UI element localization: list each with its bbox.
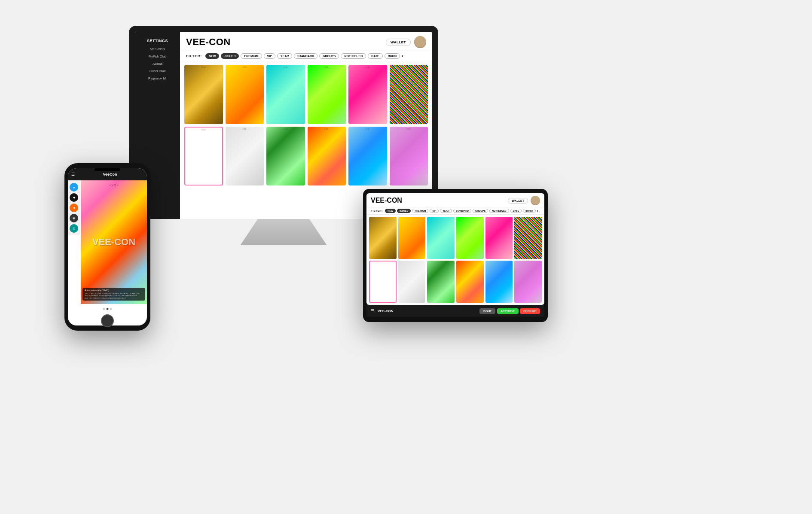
card-1[interactable]: » YG « [184,65,223,124]
tablet-chip-issued[interactable]: ISSUED [397,209,411,213]
phone-card-large[interactable]: » YG « VEE-CON Auto-Horizontally ("VNC")… [81,180,147,304]
tablet-org-name: VEE-CON [378,309,479,313]
filter-chip-new[interactable]: NEW [205,53,219,59]
tablet-chip-standard[interactable]: STANDARD [453,209,471,213]
tablet-card-3[interactable] [427,217,455,259]
tablet-card-9[interactable] [427,261,455,303]
tablet-card-1[interactable] [369,217,397,259]
phone-left-icons: ● ◆ ◈ ◉ ◎ [68,180,80,235]
tablet-app-title: VEE-CON [371,197,508,204]
desktop-filter-bar: FILTER: NEW ISSUED PREMIUM VIP YEAR STAN… [180,51,432,61]
card-12[interactable]: » YG « [390,127,428,186]
sidebar-item-guccigrail[interactable]: Gucci Grail [135,67,180,75]
phone-icon-4[interactable]: ◉ [70,214,78,222]
tablet-filter-bar: FILTER: NEW ISSUED PREMIUM VIP YEAR STAN… [366,207,544,215]
card-4[interactable]: » YG « [308,65,346,124]
phone-home-button[interactable] [101,314,114,327]
filter-chip-burn[interactable]: BURN [385,53,400,59]
cards-grid: » YG « » YG « » YG « » YG « » Y [184,65,428,186]
tablet-card-11[interactable] [485,261,513,303]
phone-icon-5[interactable]: ◎ [70,224,78,233]
tablet-chip-new[interactable]: NEW [385,209,396,213]
avatar-image [414,36,426,48]
tablet-wallet-button[interactable]: WALLET [508,198,528,204]
sidebar-item-veecon[interactable]: VEE-CON [135,46,180,53]
tablet-header: VEE-CON WALLET [366,193,544,207]
phone-menu-icon[interactable]: ☰ [71,172,75,176]
phone-screen: ☰ VeeCon ● ◆ ◈ ◉ ◎ » YG « VEE-CON Auto-H… [68,168,147,325]
tablet-card-4[interactable] [456,217,484,259]
tablet-cards-area [366,215,544,305]
filter-chip-issued[interactable]: ISSUED [221,53,239,59]
tablet-filter-label: FILTER: [371,210,383,212]
phone-icon-1[interactable]: ● [70,183,78,192]
phone-tooltip: Auto-Horizontally ("VNC") THE TICKET TO … [82,288,145,301]
tablet-filter-more-icon[interactable]: › [537,209,538,213]
tablet-chip-premium[interactable]: PREMIUM [412,209,428,213]
filter-chip-date[interactable]: DATE [368,53,383,59]
phone-dot-3 [110,308,112,310]
mobile-phone: ☰ VeeCon ● ◆ ◈ ◉ ◎ » YG « VEE-CON Auto-H… [64,163,150,331]
card-3[interactable]: » YG « [266,65,305,124]
phone-frame: ☰ VeeCon ● ◆ ◈ ◉ ◎ » YG « VEE-CON Auto-H… [64,163,150,331]
sidebar-item-adidas[interactable]: Adidas [135,60,180,67]
sidebar-item-ragnarok[interactable]: Ragnarok M. [135,75,180,82]
phone-dot-1 [103,308,105,310]
tablet-card-2[interactable] [398,217,426,259]
card-7[interactable]: » YG « [184,127,223,186]
desktop-app-title: VEE-CON [186,36,386,48]
sidebar-settings-title: SETTINGS [135,36,180,46]
monitor-stand [241,219,327,245]
tablet-decline-button[interactable]: DECLINE [520,308,540,314]
card-8[interactable]: » YG « [226,127,264,186]
filter-label: FILTER: [186,54,202,58]
tablet-card-7[interactable] [369,261,397,303]
desktop-avatar[interactable] [414,36,426,48]
card-11[interactable]: » YG « [348,127,387,186]
tablet-bottom-bar: ☰ VEE-CON ISSUE APPROVE DECLINE [366,305,544,317]
tablet-chip-notissued[interactable]: NOT ISSUED [489,209,509,213]
tablet-approve-button[interactable]: APPROVE [497,308,519,314]
phone-pagination-dots [103,308,112,310]
filter-chip-notissued[interactable]: NOT ISSUED [341,53,366,59]
filter-chip-standard[interactable]: STANDARD [294,53,317,59]
filter-more-icon[interactable]: › [402,54,403,58]
phone-icon-3[interactable]: ◈ [70,204,78,212]
tablet-chip-year[interactable]: YEAR [440,209,452,213]
card-6[interactable]: » YG « [390,65,428,124]
tablet-chip-vip[interactable]: VIP [430,209,439,213]
phone-notch [95,168,120,171]
filter-chip-groups[interactable]: GROUPS [319,53,339,59]
tablet-device: VEE-CON WALLET FILTER: NEW ISSUED PREMIU… [363,189,548,322]
tablet-card-5[interactable] [485,217,513,259]
card-5[interactable]: » YG « [348,65,387,124]
tablet-cards-grid [369,217,542,303]
phone-dot-2 [107,308,109,310]
phone-icon-2[interactable]: ◆ [70,193,78,202]
phone-card-logo: » YG « [109,184,119,187]
card-9[interactable]: » YG « [266,127,305,186]
card-10[interactable]: » YG « [308,127,346,186]
phone-card-display: » YG « VEE-CON Auto-Horizontally ("VNC")… [81,180,147,304]
filter-chip-premium[interactable]: PREMIUM [241,53,262,59]
phone-app-title: VeeCon [76,172,143,176]
tablet-screen: VEE-CON WALLET FILTER: NEW ISSUED PREMIU… [366,193,544,305]
tablet-issue-button[interactable]: ISSUE [479,308,495,314]
filter-chip-vip[interactable]: VIP [264,53,275,59]
tablet-chip-burn[interactable]: BURN! [523,209,536,213]
filter-chip-year[interactable]: YEAR [277,53,292,59]
tablet-chip-date[interactable]: DATE [510,209,522,213]
tablet-chip-groups[interactable]: GROUPS [473,209,488,213]
tablet-card-12[interactable] [514,261,542,303]
tablet-card-6[interactable] [514,217,542,259]
phone-card-title: VEE-CON [92,237,135,248]
desktop-wallet-button[interactable]: WALLET [386,39,411,46]
sidebar-item-flyfishclub[interactable]: FlyFish Club [135,53,180,60]
tablet-menu-icon[interactable]: ☰ [371,309,374,313]
tablet-frame: VEE-CON WALLET FILTER: NEW ISSUED PREMIU… [363,189,548,322]
tablet-card-10[interactable] [456,261,484,303]
tablet-avatar[interactable] [531,196,540,205]
desktop-header: VEE-CON WALLET [180,32,432,51]
tablet-card-8[interactable] [398,261,426,303]
card-2[interactable]: » YG « [226,65,264,124]
